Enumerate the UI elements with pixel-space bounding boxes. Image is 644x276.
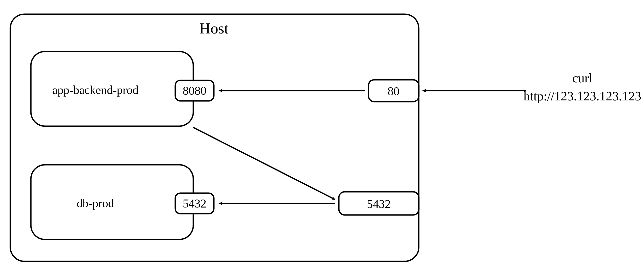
host-port-db: 5432 (367, 197, 391, 211)
container-app-port: 8080 (183, 84, 206, 97)
arrow-app-to-host5432 (193, 127, 335, 200)
container-app-backend-label: app-backend-prod (52, 83, 139, 97)
container-db-port: 5432 (183, 197, 206, 210)
host-port-http: 80 (388, 85, 399, 98)
network-diagram: Host app-backend-prod 8080 db-prod 5432 … (0, 0, 644, 276)
host-title: Host (199, 20, 229, 37)
container-db-label: db-prod (77, 197, 114, 210)
external-command: curl (572, 71, 592, 85)
external-url: http://123.123.123.123 (524, 89, 641, 103)
